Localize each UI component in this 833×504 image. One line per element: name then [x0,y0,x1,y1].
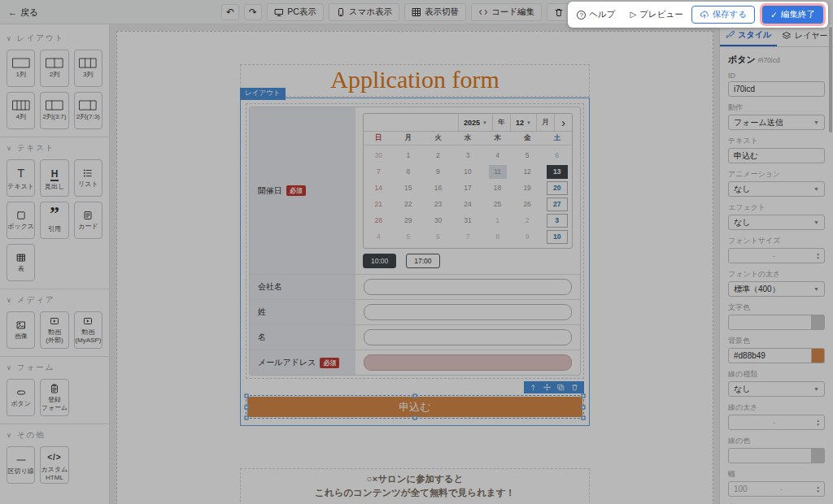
promo-text-block[interactable]: ○×サロンに参加すると これらのコンテンツが全て無料で見られます！ [240,468,590,504]
palette-item-2列[interactable]: 2列 [40,50,68,87]
calendar-day[interactable]: 23 [423,196,453,212]
calendar-day[interactable]: 6 [542,147,572,163]
calendar-day[interactable]: 14 [364,180,394,196]
color-swatch[interactable] [811,348,825,363]
toolbar-button-コード編集[interactable]: コード編集 [471,3,542,21]
calendar-day[interactable]: 19 [512,180,543,196]
section-header-レイアウト[interactable]: ∨レイアウト [7,33,102,44]
calendar-day[interactable]: 22 [394,196,424,212]
section-header-テキスト[interactable]: ∨テキスト [7,143,102,154]
calendar-day[interactable]: 3 [453,147,483,163]
palette-item-ボックス[interactable]: ボックス [7,202,35,239]
calendar-day[interactable]: 6 [423,228,453,245]
calendar-day[interactable]: 24 [453,196,483,212]
palette-item-表[interactable]: 表 [7,244,35,281]
undo-button[interactable]: ↶ [221,4,239,20]
calendar-day[interactable]: 31 [453,212,483,228]
text-input[interactable] [364,279,572,295]
calendar-day[interactable]: 27 [542,196,572,212]
section-header-メディア[interactable]: ∨メディア [7,295,102,306]
selection-handle[interactable] [413,394,417,398]
section-header-その他[interactable]: ∨その他 [7,430,102,441]
toolbar-button-表示切替[interactable]: 表示切替 [404,3,466,21]
palette-item-引用[interactable]: ”引用 [40,202,68,239]
input-線の色[interactable] [728,448,825,463]
calendar-day[interactable]: 12 [512,163,543,180]
input-背景色[interactable]: #d88b49 [728,348,825,363]
calendar-day[interactable]: 8 [394,163,424,180]
toolbar-button-スマホ表示[interactable]: スマホ表示 [329,3,399,21]
calendar-day[interactable]: 18 [482,180,512,196]
calendar-day[interactable]: 20 [542,180,572,196]
calendar-day[interactable]: 16 [423,180,453,196]
palette-item-画像[interactable]: 画像 [7,311,35,349]
save-button[interactable]: 保存する [691,6,756,24]
calendar-day-box[interactable]: 27 [547,198,568,211]
title-block[interactable]: Application form [240,64,590,97]
calendar-day[interactable]: 17 [453,180,483,196]
move-icon[interactable] [543,384,551,391]
preview-button[interactable]: ▷ プレビュー [624,6,690,24]
calendar-day[interactable]: 30 [364,147,394,163]
calendar-day[interactable]: 26 [512,196,543,212]
selection-handle[interactable] [582,416,586,420]
palette-item-登録フォーム[interactable]: 登録 フォーム [40,379,68,416]
tab-layers[interactable]: レイヤー [777,24,833,46]
calendar-day[interactable]: 29 [394,212,424,228]
calendar-day[interactable]: 1 [482,212,512,228]
palette-item-カード[interactable]: カード [74,202,102,239]
palette-item-動画(MyASP)[interactable]: 動画 (MyASP) [74,311,102,349]
calendar-day[interactable]: 10 [453,163,483,180]
stepper-icon[interactable]: ▴▾ [817,252,819,260]
delete-icon[interactable] [571,384,578,391]
stepper-icon[interactable]: ▴▾ [817,485,819,493]
calendar-day[interactable]: 9 [423,163,453,180]
calendar-day[interactable]: 30 [423,212,453,228]
panel-scrollbar[interactable] [829,27,832,133]
color-swatch[interactable] [811,315,825,330]
calendar-day[interactable]: 9 [512,228,543,245]
calendar-day-box[interactable]: 13 [547,165,568,179]
calendar-day[interactable]: 7 [364,163,394,180]
selection-handle[interactable] [582,405,586,409]
calendar-day[interactable]: 8 [482,228,512,245]
calendar-day[interactable]: 7 [453,228,483,245]
palette-item-カスタムHTML[interactable]: </>カスタム HTML [40,446,68,484]
calendar-day[interactable]: 5 [394,228,424,245]
year-select[interactable]: 2025 ▼ [458,114,492,131]
palette-item-2列(7:3)[interactable]: 2列(7:3) [74,92,102,129]
calendar-day[interactable]: 4 [364,228,394,245]
selection-handle[interactable] [245,416,249,420]
input-線の太さ[interactable]: -▴▾ [728,415,825,430]
palette-item-リスト[interactable]: リスト [74,159,102,197]
palette-item-1列[interactable]: 1列 [7,50,35,87]
toolbar-button-PC表示[interactable]: PC表示 [267,3,324,21]
palette-item-区切り線[interactable]: 区切り線 [7,446,35,484]
calendar-day[interactable]: 28 [364,212,394,228]
calendar-day-box[interactable]: 3 [547,214,568,228]
back-button[interactable]: ← 戻る [8,0,38,24]
input-文字色[interactable] [728,315,825,330]
arrow-up-icon[interactable] [530,384,537,391]
calendar-day[interactable]: 4 [482,147,512,163]
selected-layout-block[interactable]: レイアウト 開催日 必須 [240,98,590,426]
palette-item-3列[interactable]: 3列 [74,50,102,87]
palette-item-2列(3:7)[interactable]: 2列(3:7) [40,92,68,129]
duplicate-icon[interactable] [557,384,565,391]
calendar-day[interactable]: 3 [542,212,572,228]
input-ID[interactable]: i70icd [728,81,825,97]
calendar-day[interactable]: 5 [512,147,543,163]
section-header-フォーム[interactable]: ∨フォーム [7,363,102,373]
next-month-button[interactable]: › [554,114,572,131]
select-フォントの太さ[interactable]: 標準（400）▼ [728,281,825,297]
calendar-day[interactable]: 13 [542,163,572,180]
selection-handle[interactable] [413,416,417,420]
calendar-day[interactable]: 15 [394,180,424,196]
stepper-icon[interactable]: ▴▾ [817,419,819,427]
redo-button[interactable]: ↷ [244,4,262,20]
color-swatch[interactable] [811,448,825,463]
calendar-day-box[interactable]: 10 [547,230,568,244]
time-slot-button[interactable]: 10:00 [363,254,396,268]
text-input[interactable] [364,304,572,320]
input-テキスト[interactable]: 申込む [728,148,825,163]
